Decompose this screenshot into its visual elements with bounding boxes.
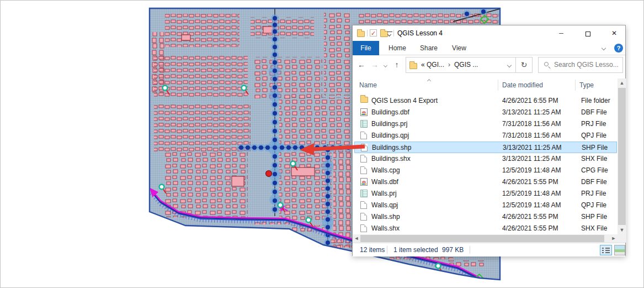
divider bbox=[470, 246, 470, 254]
divider bbox=[393, 30, 394, 36]
breadcrumb-current[interactable]: QGIS ... bbox=[454, 61, 478, 69]
file-name: Buildings.dbf bbox=[371, 107, 409, 118]
up-button[interactable]: ↑ bbox=[391, 55, 402, 75]
search-input[interactable]: Search QGIS Lesso... bbox=[538, 57, 623, 73]
file-type: DBF File bbox=[581, 107, 607, 118]
file-type: SHP File bbox=[582, 142, 608, 154]
ribbon-tab-bar: File Home Share View ? bbox=[353, 41, 625, 55]
file-icon bbox=[361, 144, 368, 151]
customize-quick-access-toolbar-icon[interactable] bbox=[387, 32, 392, 36]
file-date: 4/26/2021 5:55 PM bbox=[502, 176, 558, 188]
file-type: PRJ File bbox=[581, 188, 606, 200]
file-explorer-window: ✓ QGIS Lesson 4 ─ ✕ File Home Share View… bbox=[352, 25, 626, 256]
breadcrumb-separator: › bbox=[444, 61, 454, 69]
file-date: 3/13/2021 11:25 AM bbox=[502, 153, 561, 165]
file-date: 12/5/2019 11:48 AM bbox=[502, 200, 561, 211]
file-date: 12/5/2019 11:48 AM bbox=[502, 188, 561, 200]
file-row-selected[interactable]: Buildings.shp 3/13/2021 11:25 AM SHP Fil… bbox=[354, 142, 617, 153]
sort-ascending-icon bbox=[428, 80, 432, 83]
tab-file[interactable]: File bbox=[353, 41, 379, 55]
search-icon bbox=[544, 62, 549, 66]
breadcrumb[interactable]: « QGI...›QGIS ... bbox=[421, 57, 478, 72]
file-name: Buildings.shp bbox=[372, 142, 411, 154]
file-type: DBF File bbox=[581, 176, 607, 188]
maximize-button[interactable] bbox=[579, 25, 597, 41]
file-row[interactable]: db Buildings.dbf 3/13/2021 11:25 AM DBF … bbox=[354, 107, 617, 118]
column-header-name[interactable]: Name bbox=[359, 78, 377, 92]
file-row[interactable]: Buildings.qpj 7/31/2018 11:56 AM QPJ Fil… bbox=[354, 130, 617, 142]
help-button[interactable]: ? bbox=[614, 44, 623, 53]
file-name: Walls.qpj bbox=[371, 200, 398, 211]
minimize-button[interactable]: ─ bbox=[552, 25, 570, 41]
recent-locations-icon[interactable] bbox=[384, 64, 388, 68]
file-row[interactable]: Walls.shx 4/26/2021 5:55 PM SHX File bbox=[354, 223, 617, 234]
dbf-file-icon: db bbox=[360, 178, 368, 186]
divider[interactable] bbox=[498, 80, 498, 91]
selection-size: 997 KB bbox=[442, 243, 464, 256]
folder-icon bbox=[360, 97, 368, 103]
scroll-right-icon[interactable]: ► bbox=[610, 234, 618, 243]
column-header-date-modified[interactable]: Date modified bbox=[502, 78, 543, 92]
file-name: Walls.prj bbox=[371, 188, 397, 200]
address-bar[interactable]: « QGI...›QGIS ... bbox=[406, 57, 516, 73]
file-type: File folder bbox=[581, 95, 610, 107]
close-button[interactable]: ✕ bbox=[604, 25, 624, 41]
properties-quick-access-icon[interactable]: ✓ bbox=[370, 29, 377, 36]
file-row[interactable]: Walls.cpg 12/5/2019 11:48 AM CPG File bbox=[354, 165, 617, 176]
file-name: QGIS Lesson 4 Export bbox=[371, 95, 438, 107]
window-title: QGIS Lesson 4 bbox=[397, 25, 443, 41]
thumbnails-view-button[interactable] bbox=[614, 245, 625, 255]
expand-ribbon-icon[interactable] bbox=[602, 46, 606, 51]
file-row[interactable]: QGIS Lesson 4 Export 4/26/2021 6:55 PM F… bbox=[354, 95, 617, 107]
divider bbox=[367, 30, 368, 36]
selection-count: 1 item selected bbox=[393, 243, 438, 256]
file-name: Walls.dbf bbox=[371, 176, 398, 188]
file-type: SHX File bbox=[581, 153, 607, 165]
refresh-button[interactable]: ↻ bbox=[516, 57, 533, 73]
file-date: 7/31/2018 11:56 AM bbox=[502, 130, 561, 142]
horizontal-scrollbar-thumb[interactable] bbox=[360, 235, 604, 242]
horizontal-scrollbar[interactable]: ◄ ► bbox=[353, 234, 626, 243]
new-folder-quick-access-icon[interactable] bbox=[380, 31, 388, 37]
back-button[interactable]: ← bbox=[356, 55, 367, 75]
file-date: 4/26/2021 6:55 PM bbox=[502, 95, 558, 107]
file-row[interactable]: Walls.qpj 12/5/2019 11:48 AM QPJ File bbox=[354, 200, 617, 211]
file-type: PRJ File bbox=[581, 118, 606, 130]
details-view-button[interactable] bbox=[600, 245, 612, 255]
address-dropdown-icon[interactable] bbox=[508, 64, 511, 67]
items-count: 12 items bbox=[360, 243, 385, 256]
vertical-scrollbar[interactable]: ▲ ▼ bbox=[618, 78, 626, 234]
forward-button[interactable]: → bbox=[369, 55, 380, 75]
scroll-up-icon[interactable]: ▲ bbox=[618, 80, 626, 86]
title-bar[interactable]: ✓ QGIS Lesson 4 ─ ✕ bbox=[353, 25, 625, 41]
file-row[interactable]: Walls.prj 12/5/2019 11:48 AM PRJ File bbox=[354, 188, 617, 200]
column-header-type[interactable]: Type bbox=[579, 78, 594, 92]
tab-view[interactable]: View bbox=[446, 41, 472, 55]
scroll-down-icon[interactable]: ▼ bbox=[618, 227, 626, 233]
file-row[interactable]: Buildings.shx 3/13/2021 11:25 AM SHX Fil… bbox=[354, 153, 617, 165]
file-icon bbox=[360, 132, 367, 139]
file-type: CPG File bbox=[581, 165, 608, 176]
tab-home[interactable]: Home bbox=[385, 41, 410, 55]
file-type: SHX File bbox=[581, 223, 607, 234]
tab-share[interactable]: Share bbox=[416, 41, 441, 55]
prj-file-icon bbox=[360, 190, 368, 197]
screenshot-canvas: ✓ QGIS Lesson 4 ─ ✕ File Home Share View… bbox=[0, 0, 644, 288]
file-row[interactable]: db Walls.dbf 4/26/2021 5:55 PM DBF File bbox=[354, 176, 617, 188]
file-date: 4/26/2021 5:55 PM bbox=[502, 211, 558, 223]
scroll-left-icon[interactable]: ◄ bbox=[353, 234, 360, 243]
divider[interactable] bbox=[575, 80, 576, 91]
file-row[interactable]: Buildings.prj 7/31/2018 11:56 AM PRJ Fil… bbox=[354, 118, 617, 130]
file-name: Walls.shx bbox=[371, 223, 400, 234]
file-name: Walls.shp bbox=[371, 211, 400, 223]
breadcrumb-parent[interactable]: « QGI... bbox=[421, 61, 444, 69]
file-name: Buildings.qpj bbox=[371, 130, 409, 142]
red-point-marker bbox=[266, 171, 272, 177]
file-date: 3/13/2021 11:25 AM bbox=[503, 142, 562, 154]
file-row[interactable]: Walls.shp 4/26/2021 5:55 PM SHP File bbox=[354, 211, 617, 223]
file-type: SHP File bbox=[581, 211, 607, 223]
divider bbox=[387, 246, 387, 254]
vertical-scrollbar-thumb[interactable] bbox=[618, 88, 626, 225]
column-header-row: Name Date modified Type bbox=[353, 78, 617, 92]
file-icon bbox=[360, 213, 367, 221]
